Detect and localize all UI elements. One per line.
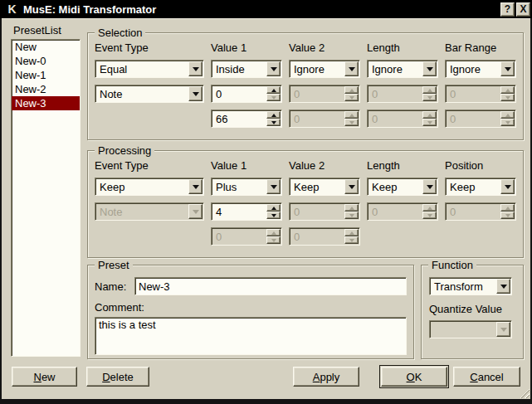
spin-down-button: [266, 236, 281, 244]
spin-value: 0: [290, 85, 344, 102]
preset-list-label: PresetList: [13, 24, 61, 37]
chevron-down-icon: [349, 67, 355, 71]
cancel-button[interactable]: Cancel: [453, 367, 520, 387]
dropdown-button[interactable]: [422, 61, 437, 76]
spin-up-button[interactable]: [266, 86, 281, 94]
spin-value: 0: [212, 228, 266, 245]
resize-grip-icon[interactable]: [519, 387, 530, 398]
spin-up-button[interactable]: [266, 204, 281, 212]
function-combo[interactable]: Transform: [429, 277, 512, 295]
arrow-up-icon: [505, 89, 510, 92]
sel-event-type-combo[interactable]: Equal: [95, 60, 204, 78]
preset-comment-textarea[interactable]: this is a test: [95, 317, 407, 355]
spin-up-button: [500, 111, 515, 119]
list-item[interactable]: New-1: [12, 68, 80, 82]
delete-button[interactable]: Delete: [86, 367, 149, 387]
dropdown-button[interactable]: [188, 179, 203, 194]
name-label: Name:: [95, 280, 134, 293]
arrow-down-icon: [271, 214, 276, 217]
sel-length-spinbox: 0: [367, 85, 438, 103]
close-button[interactable]: X: [516, 2, 530, 17]
chevron-down-icon: [193, 67, 199, 71]
column-header: Value 1: [211, 41, 282, 54]
arrow-up-icon: [271, 89, 276, 92]
spin-up-button: [422, 86, 437, 94]
proc-length-combo[interactable]: Keep: [367, 178, 438, 196]
spin-up-button: [500, 204, 515, 212]
combo-value: Plus: [212, 178, 266, 195]
spin-down-button[interactable]: [266, 94, 281, 101]
list-item-selected[interactable]: New-3: [12, 96, 80, 110]
spin-up-button: [422, 111, 437, 119]
spin-down-button: [344, 94, 359, 101]
proc-value1-combo[interactable]: Plus: [211, 178, 282, 196]
title-bar[interactable]: K MusE: Midi Transformator ? X: [0, 0, 532, 18]
sel-event-type2-combo[interactable]: Note: [95, 85, 204, 103]
dropdown-button[interactable]: [344, 61, 359, 76]
list-item[interactable]: New-0: [12, 54, 80, 68]
dropdown-button[interactable]: [496, 279, 510, 294]
dropdown-button[interactable]: [500, 61, 515, 76]
spin-down-button: [500, 94, 515, 101]
dropdown-button[interactable]: [500, 179, 515, 194]
proc-value1-spinbox2: 0: [211, 227, 282, 246]
dropdown-button[interactable]: [188, 61, 203, 76]
sel-value1-spinbox[interactable]: 0: [211, 85, 282, 103]
combo-value: Note: [95, 85, 188, 102]
preset-group: Preset Name: Comment: this is a test: [87, 265, 414, 359]
spin-value: 4: [212, 203, 266, 220]
arrow-down-icon: [427, 96, 432, 100]
dropdown-button[interactable]: [188, 86, 203, 101]
proc-value1-spinbox[interactable]: 4: [211, 202, 282, 221]
chevron-down-icon: [193, 92, 199, 96]
spin-value: 0: [368, 203, 422, 220]
proc-position-spinbox: 0: [445, 202, 516, 221]
proc-position-combo[interactable]: Keep: [445, 178, 516, 196]
arrow-up-icon: [505, 207, 510, 210]
chevron-down-icon: [505, 185, 511, 189]
chevron-down-icon: [271, 67, 277, 71]
preset-listbox[interactable]: New New-0 New-1 New-2 New-3: [11, 39, 81, 357]
list-item[interactable]: New-2: [12, 82, 80, 96]
sel-value1-combo[interactable]: Inside: [211, 60, 282, 78]
arrow-down-icon: [505, 121, 510, 124]
dropdown-button[interactable]: [266, 61, 281, 76]
proc-event-type-combo[interactable]: Keep: [95, 178, 204, 196]
selection-group-title: Selection: [95, 27, 145, 39]
list-item[interactable]: New: [12, 40, 80, 54]
dropdown-button[interactable]: [266, 179, 281, 194]
combo-value: Keep: [368, 178, 422, 195]
combo-value: Equal: [95, 61, 188, 77]
combo-value: Note: [95, 203, 188, 220]
arrow-up-icon: [271, 114, 276, 117]
dropdown-button[interactable]: [344, 179, 359, 194]
sel-bar-range-spinbox2: 0: [445, 110, 516, 128]
apply-button[interactable]: Apply: [293, 367, 359, 387]
arrow-down-icon: [271, 96, 276, 100]
help-button[interactable]: ?: [500, 2, 515, 17]
arrow-up-icon: [349, 231, 354, 235]
sel-value1-spinbox2[interactable]: 66: [211, 110, 282, 128]
column-header: Bar Range: [445, 41, 516, 54]
sel-bar-range-combo[interactable]: Ignore: [445, 60, 516, 78]
selection-group: Selection Event Type Value 1 Value 2 Len…: [87, 32, 524, 140]
kde-app-icon: K: [6, 3, 18, 16]
arrow-down-icon: [349, 214, 354, 217]
arrow-down-icon: [271, 121, 276, 124]
spin-down-button[interactable]: [266, 212, 281, 219]
sel-length-combo[interactable]: Ignore: [367, 60, 438, 78]
spin-down-button[interactable]: [266, 119, 281, 126]
sel-value2-combo[interactable]: Ignore: [289, 60, 360, 78]
proc-event-type2-combo: Note: [95, 202, 204, 221]
preset-name-input[interactable]: [134, 277, 407, 295]
arrow-up-icon: [427, 207, 432, 210]
dropdown-button[interactable]: [422, 179, 437, 194]
spin-up-button[interactable]: [266, 111, 281, 119]
new-button[interactable]: New: [12, 367, 77, 387]
column-header: Length: [367, 159, 438, 172]
chevron-down-icon: [193, 210, 199, 214]
ok-button[interactable]: OK: [381, 367, 447, 387]
proc-value2-combo[interactable]: Keep: [289, 178, 360, 196]
arrow-up-icon: [349, 207, 354, 210]
arrow-down-icon: [349, 96, 354, 100]
